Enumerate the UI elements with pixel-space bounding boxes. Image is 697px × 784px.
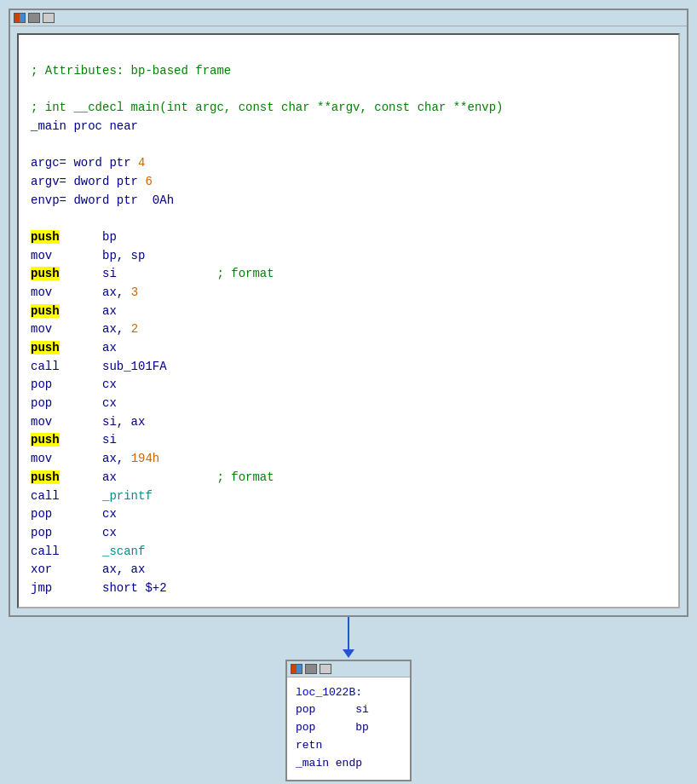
line-envp: envp= dword ptr 0Ah [31,192,666,210]
line-blank3 [31,135,666,154]
small-title-icon-1 [291,664,302,674]
small-line-pop-si: pop si [296,701,401,719]
small-line-endp: _main endp [296,755,401,773]
title-bar [10,10,687,26]
disassembly-code: ; Attributes: bp-based frame ; int __cde… [17,33,680,608]
line-mov-ax2: mov ax, 2 [31,320,666,339]
line-pop-cx2: pop cx [31,395,666,413]
small-line-pop-bp: pop bp [296,719,401,737]
arrow-line [348,617,349,651]
line-mov-bp-sp: mov bp, sp [31,247,666,266]
flow-arrow-container [9,617,688,660]
line-pop-cx1: pop cx [31,376,666,395]
small-title-bar [287,661,410,677]
line-pop-cx3: pop cx [31,505,666,524]
line-pop-cx4: pop cx [31,524,666,543]
small-code-area: loc_1022B: pop si pop bp retn _main endp [287,677,410,780]
line-call-sub: call sub_101FA [31,358,666,377]
small-title-icon-2 [305,664,317,674]
title-icon-2 [28,13,40,23]
line-argc: argc= word ptr 4 [31,154,666,173]
line-proc: _main proc near [31,118,666,136]
line-proto: ; int __cdecl main(int argc, const char … [31,99,666,118]
line-blank2 [31,80,666,99]
line-push-ax2: push ax [31,339,666,358]
line-call-scanf: call _scanf [31,543,666,562]
small-line-loc: loc_1022B: [296,684,401,702]
line-mov-si-ax: mov si, ax [31,413,666,432]
arrow-head [343,649,354,658]
line-mov-ax3: mov ax, 3 [31,284,666,303]
line-blank1 [31,43,666,62]
small-disassembly-window: loc_1022B: pop si pop bp retn _main endp [285,660,412,781]
line-push-bp: push bp [31,228,666,247]
line-attr: ; Attributes: bp-based frame [31,62,666,81]
line-blank4 [31,210,666,228]
main-window: ; Attributes: bp-based frame ; int __cde… [9,9,688,617]
small-line-retn: retn [296,737,401,755]
line-mov-ax-194h: mov ax, 194h [31,450,666,469]
line-push-si2: push si [31,431,666,450]
small-window-container: loc_1022B: pop si pop bp retn _main endp [9,660,688,781]
line-call-printf: call _printf [31,487,666,506]
line-xor-ax: xor ax, ax [31,561,666,579]
line-push-ax1: push ax [31,303,666,321]
line-push-si: push si ; format [31,265,666,284]
line-push-ax3: push ax ; format [31,469,666,487]
line-jmp: jmp short $+2 [31,579,666,598]
small-title-icon-3 [320,664,331,674]
line-argv: argv= dword ptr 6 [31,173,666,192]
title-icon-3 [43,13,55,23]
title-icon-1 [14,13,26,23]
